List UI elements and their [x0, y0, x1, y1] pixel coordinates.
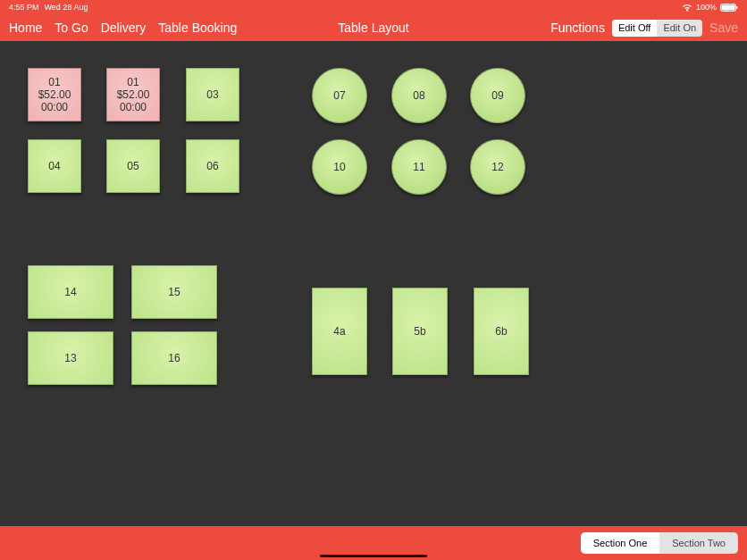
table-09[interactable]: 09 [470, 68, 525, 123]
table-id: 6b [495, 325, 507, 338]
table-10[interactable]: 10 [312, 139, 367, 195]
svg-rect-1 [722, 4, 735, 10]
svg-rect-2 [736, 6, 738, 9]
table-13[interactable]: 13 [28, 331, 113, 385]
table-04[interactable]: 04 [28, 139, 81, 193]
table-layout-canvas: 01 $52.00 00:00 01 $52.00 00:00 03 04 05… [0, 41, 747, 560]
nav: Home To Go Delivery Table Booking [9, 21, 237, 35]
table-id: 14 [64, 286, 76, 298]
table-08[interactable]: 08 [391, 68, 447, 123]
table-id: 05 [127, 160, 138, 172]
table-01-dup[interactable]: 01 $52.00 00:00 [106, 68, 160, 121]
table-timer: 00:00 [120, 101, 147, 113]
table-id: 01 [48, 76, 60, 88]
wifi-icon [682, 4, 692, 12]
status-battery-pct: 100% [696, 3, 717, 12]
table-timer: 00:00 [41, 101, 68, 113]
save-button[interactable]: Save [709, 21, 738, 35]
home-indicator [320, 555, 427, 557]
battery-icon [720, 4, 738, 12]
section-toggle: Section One Section Two [581, 532, 738, 554]
nav-table-booking[interactable]: Table Booking [158, 21, 237, 35]
footer: Section One Section Two [0, 526, 747, 560]
table-id: 4a [333, 325, 345, 338]
edit-off-button[interactable]: Edit Off [612, 20, 657, 37]
table-03[interactable]: 03 [186, 68, 239, 121]
table-4a[interactable]: 4a [312, 288, 367, 375]
nav-delivery[interactable]: Delivery [101, 21, 147, 35]
table-6b[interactable]: 6b [474, 288, 529, 375]
table-id: 15 [168, 286, 180, 298]
table-id: 01 [127, 76, 138, 88]
header: Home To Go Delivery Table Booking Table … [0, 14, 747, 41]
table-id: 12 [491, 161, 503, 173]
table-16[interactable]: 16 [131, 331, 217, 385]
section-one-button[interactable]: Section One [581, 532, 660, 554]
functions-button[interactable]: Functions [550, 21, 605, 35]
table-id: 04 [48, 160, 60, 172]
table-id: 07 [333, 89, 345, 102]
status-bar: 4:55 PM Wed 28 Aug 100% [0, 0, 747, 14]
nav-home[interactable]: Home [9, 21, 42, 35]
table-amount: $52.00 [117, 88, 150, 101]
table-15[interactable]: 15 [131, 265, 217, 319]
table-id: 13 [64, 352, 76, 364]
table-06[interactable]: 06 [186, 139, 239, 193]
edit-on-button[interactable]: Edit On [657, 20, 702, 37]
table-id: 09 [491, 89, 503, 102]
page-title: Table Layout [338, 21, 408, 35]
table-id: 08 [413, 89, 424, 102]
table-id: 5b [414, 325, 425, 338]
table-5b[interactable]: 5b [392, 288, 448, 375]
table-01[interactable]: 01 $52.00 00:00 [28, 68, 81, 121]
section-two-button[interactable]: Section Two [659, 532, 738, 554]
table-id: 16 [168, 352, 180, 364]
nav-togo[interactable]: To Go [55, 21, 88, 35]
status-date: Wed 28 Aug [45, 3, 88, 12]
table-amount: $52.00 [38, 88, 71, 101]
table-12[interactable]: 12 [470, 139, 525, 195]
table-11[interactable]: 11 [391, 139, 447, 195]
edit-toggle: Edit Off Edit On [612, 20, 702, 37]
table-id: 06 [206, 160, 218, 172]
table-14[interactable]: 14 [28, 265, 113, 319]
table-id: 03 [206, 88, 218, 101]
status-time: 4:55 PM [9, 3, 39, 12]
table-id: 11 [413, 161, 424, 173]
table-05[interactable]: 05 [106, 139, 160, 193]
table-id: 10 [333, 161, 345, 173]
table-07[interactable]: 07 [312, 68, 367, 123]
